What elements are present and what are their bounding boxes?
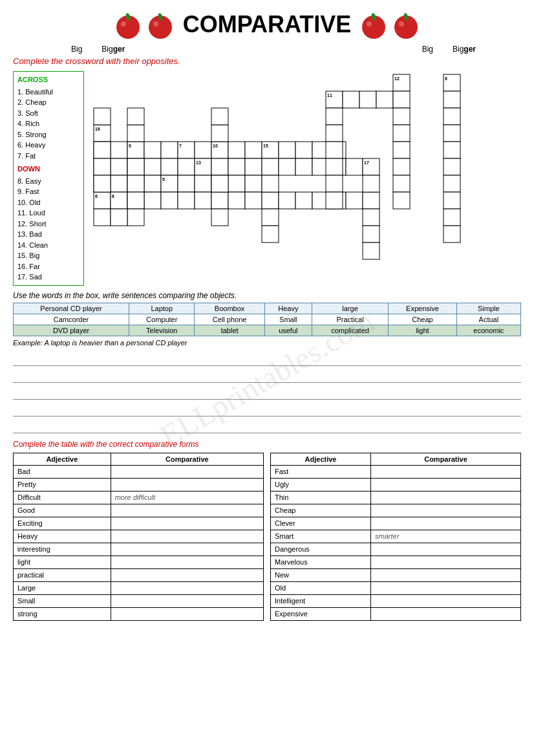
svg-rect-134 (127, 192, 144, 209)
word-cell: Actual (456, 314, 520, 325)
comp-cell[interactable] (111, 517, 263, 530)
across-clue-2: 2. Cheap (17, 97, 80, 108)
svg-rect-99 (245, 192, 262, 209)
comp-cell[interactable] (111, 530, 263, 543)
comp-cell[interactable] (111, 543, 263, 556)
svg-rect-97 (211, 192, 228, 209)
comp-cell[interactable] (111, 607, 263, 620)
adjective-header-right: Adjective (271, 453, 371, 465)
word-cell: economic (456, 325, 520, 336)
comp-cell[interactable] (111, 504, 263, 517)
comp-cell[interactable] (371, 478, 521, 491)
svg-rect-71 (144, 175, 161, 192)
adj-cell: practical (14, 568, 111, 581)
svg-rect-75 (195, 175, 211, 192)
comp-cell[interactable] (371, 594, 521, 607)
apple-icon-1 (112, 6, 144, 42)
word-cell: Cell phone (195, 314, 264, 325)
word-cell: Laptop (129, 303, 195, 314)
writing-line-5[interactable] (13, 419, 521, 433)
page-title: COMPARATIVE (183, 11, 352, 38)
comp-cell[interactable] (371, 581, 521, 594)
svg-text:8: 8 (445, 76, 447, 81)
comp-cell[interactable] (371, 607, 521, 620)
svg-point-2 (121, 21, 126, 27)
svg-text:7: 7 (179, 144, 182, 148)
comp-cell[interactable] (111, 478, 263, 491)
svg-rect-81 (443, 125, 460, 142)
svg-rect-136 (94, 108, 111, 125)
comp-cell[interactable] (111, 465, 263, 478)
adj-cell: Fast (271, 465, 371, 478)
svg-rect-93 (144, 192, 161, 209)
svg-rect-51 (144, 158, 161, 175)
writing-line-2[interactable] (13, 369, 521, 383)
table-row: Heavy (14, 530, 264, 543)
svg-text:11: 11 (327, 93, 332, 98)
comp-cell[interactable] (111, 581, 263, 594)
svg-rect-109 (363, 226, 379, 243)
svg-rect-129 (211, 209, 228, 226)
word-row-2: Camcorder Computer Cell phone Small Prac… (14, 314, 521, 325)
svg-rect-124 (326, 175, 343, 192)
comp-cell[interactable] (371, 465, 521, 478)
comp-cell[interactable] (111, 556, 263, 568)
svg-rect-137 (94, 142, 111, 158)
svg-rect-119 (393, 192, 410, 209)
svg-rect-35 (195, 142, 211, 158)
table-row: strong (14, 607, 264, 620)
svg-rect-128 (211, 175, 228, 192)
svg-text:10: 10 (213, 144, 218, 148)
word-cell: Camcorder (14, 314, 129, 325)
word-row-1: Personal CD player Laptop Boombox Heavy … (14, 303, 521, 314)
svg-rect-87 (443, 226, 460, 243)
word-cell: Cheap (389, 314, 456, 325)
adj-cell: Marvelous (271, 556, 371, 568)
comp-cell[interactable] (111, 594, 263, 607)
writing-line-4[interactable] (13, 402, 521, 416)
svg-rect-83 (443, 158, 460, 175)
svg-rect-112 (262, 209, 279, 226)
table-header-row: Adjective Comparative (14, 453, 264, 465)
comp-cell[interactable] (371, 543, 521, 556)
writing-line-1[interactable] (13, 352, 521, 366)
svg-rect-56 (211, 158, 228, 175)
word-cell: Boombox (195, 303, 264, 314)
svg-text:6: 6 (95, 194, 98, 199)
adj-cell: Clever (271, 517, 371, 530)
adj-cell: strong (14, 607, 111, 620)
writing-line-3[interactable] (13, 385, 521, 400)
table-row: Thin (271, 491, 521, 504)
across-clue-4: 4. Rich (17, 118, 80, 129)
svg-rect-84 (443, 175, 460, 192)
svg-point-11 (399, 21, 404, 27)
comp-cell[interactable] (371, 491, 521, 504)
example-text: Example: A laptop is heavier than a pers… (13, 339, 521, 347)
across-label: ACROSS (17, 74, 80, 85)
svg-rect-126 (211, 125, 228, 142)
comp-cell[interactable] (111, 568, 263, 581)
word-cell: light (389, 325, 456, 336)
svg-rect-95 (178, 192, 195, 209)
svg-rect-138 (94, 158, 111, 175)
crossword-svg: .cnum { font-size: 7px; font-weight: bol… (91, 71, 465, 272)
comparative-header-right: Comparative (371, 453, 521, 465)
table-row: Marvelous (271, 556, 521, 568)
right-comparative-table: Adjective Comparative Fast Ugly Thin Che… (270, 453, 521, 621)
svg-rect-123 (326, 158, 343, 175)
svg-rect-17 (343, 91, 359, 108)
comp-cell[interactable] (371, 568, 521, 581)
svg-rect-106 (363, 192, 379, 209)
adj-cell: Ugly (271, 478, 371, 491)
svg-text:16: 16 (95, 127, 100, 131)
comp-cell[interactable] (371, 504, 521, 517)
bigger-label-right: Bigger (453, 45, 476, 54)
word-cell: Practical (312, 314, 388, 325)
adj-cell: light (14, 556, 111, 568)
svg-point-8 (367, 21, 372, 27)
comp-cell[interactable] (371, 517, 521, 530)
comp-cell[interactable] (371, 556, 521, 568)
adj-cell: interesting (14, 543, 111, 556)
crossword-area: .cw-table { border-collapse: collapse; p… (91, 71, 521, 286)
crossword-grid: .cw-table { border-collapse: collapse; p… (91, 71, 465, 272)
